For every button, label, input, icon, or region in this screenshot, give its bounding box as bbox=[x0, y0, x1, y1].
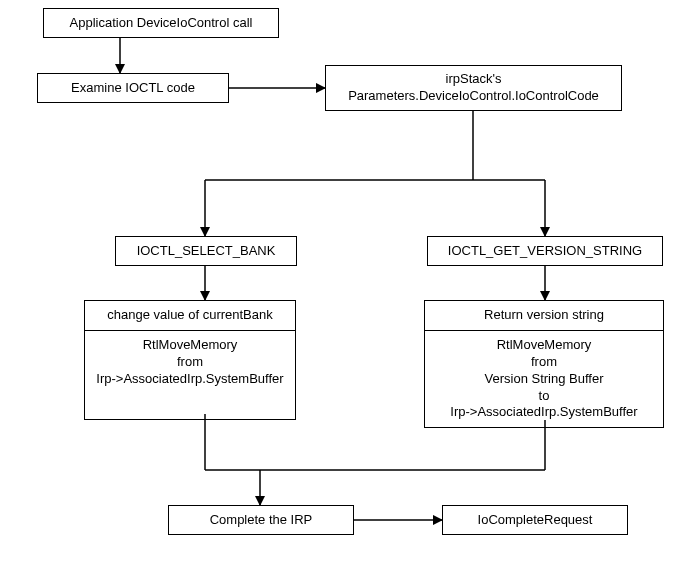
node-return-version-title: Return version string bbox=[425, 301, 663, 330]
node-examine-ioctl: Examine IOCTL code bbox=[37, 73, 229, 103]
node-change-currentbank: change value of currentBank RtlMoveMemor… bbox=[84, 300, 296, 420]
node-return-version: Return version string RtlMoveMemory from… bbox=[424, 300, 664, 428]
node-irpstack: irpStack's Parameters.DeviceIoControl.Io… bbox=[325, 65, 622, 111]
node-iocompleterequest: IoCompleteRequest bbox=[442, 505, 628, 535]
node-change-currentbank-body: RtlMoveMemory from Irp->AssociatedIrp.Sy… bbox=[85, 330, 295, 419]
node-app-call: Application DeviceIoControl call bbox=[43, 8, 279, 38]
node-ioctl-select-bank: IOCTL_SELECT_BANK bbox=[115, 236, 297, 266]
node-change-currentbank-title: change value of currentBank bbox=[85, 301, 295, 330]
node-ioctl-get-version: IOCTL_GET_VERSION_STRING bbox=[427, 236, 663, 266]
node-complete-irp: Complete the IRP bbox=[168, 505, 354, 535]
node-return-version-body: RtlMoveMemory from Version String Buffer… bbox=[425, 330, 663, 427]
